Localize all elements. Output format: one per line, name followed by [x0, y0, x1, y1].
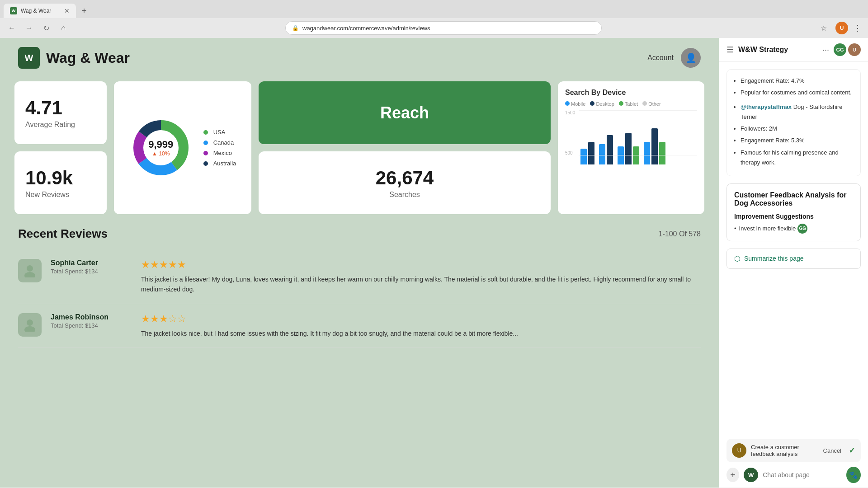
logo-icon: W	[18, 47, 40, 69]
url-text: wagandwear.com/commercewave/admin/review…	[302, 25, 430, 32]
address-bar[interactable]: 🔒 wagandwear.com/commercewave/admin/revi…	[285, 21, 602, 35]
app-header: W Wag & Wear Account 👤	[0, 38, 719, 78]
reviewer-avatar-2	[18, 313, 42, 337]
ai-add-button[interactable]: +	[726, 468, 739, 482]
browser-tab[interactable]: W Wag & Wear ✕	[4, 4, 76, 18]
searches-card: 26,674 Searches	[259, 151, 551, 214]
bar-desktop-3	[625, 133, 632, 164]
ai-confirm-button[interactable]: ✓	[849, 446, 855, 455]
improvement-text: Invest in more flexible	[739, 225, 796, 232]
ai-analysis-title: Customer Feedback Analysis for Dog Acces…	[734, 191, 853, 207]
ai-avatars: GG U	[834, 43, 861, 56]
logo-letter: W	[25, 53, 33, 63]
review-item-2: James Robinson Total Spend: $134 ★★★☆☆ T…	[18, 304, 701, 348]
device-chart-title: Search By Device	[565, 89, 697, 97]
donut-center-label: 9,999 ▲ 10%	[148, 139, 173, 157]
legend-australia: Australia	[203, 160, 236, 167]
ai-cancel-button[interactable]: Cancel	[823, 447, 841, 454]
legend-desktop: Desktop	[590, 101, 614, 107]
new-reviews-label: New Reviews	[25, 191, 96, 199]
bar-group-3	[618, 133, 639, 164]
bar-tablet-3	[633, 146, 639, 164]
bar-mobile-1	[580, 149, 587, 164]
svg-point-8	[24, 326, 35, 332]
ai-chat-bar: + W 🐾	[726, 467, 861, 483]
header-right: Account 👤	[647, 48, 701, 68]
svg-point-7	[27, 319, 33, 326]
stars-1: ★★★★★	[141, 259, 701, 271]
svg-point-6	[24, 272, 35, 277]
refresh-button[interactable]: ↻	[40, 22, 52, 34]
bar-desktop-4	[651, 128, 658, 164]
bar-desktop-2	[607, 135, 613, 164]
ai-header: ☰ W&W Strategy ··· GG U	[719, 38, 868, 62]
bar-mobile-3	[618, 146, 624, 164]
info-engagement: Engagement Rate: 4.7%	[741, 76, 854, 86]
ai-menu-icon[interactable]: ☰	[726, 45, 734, 55]
ai-avatar-photo: U	[848, 43, 861, 56]
ai-avatar-green: GG	[834, 43, 846, 56]
bar-group-2	[599, 135, 613, 164]
ai-user-chat-avatar: W	[744, 468, 758, 482]
reviews-title: Recent Reviews	[18, 227, 108, 241]
improvement-section-title: Improvement Suggestions	[734, 213, 853, 220]
reach-label: Reach	[380, 103, 429, 122]
new-tab-button[interactable]: +	[78, 5, 90, 17]
stats-grid: 4.71 Average Rating 9,999	[0, 78, 719, 222]
improvement-bullet: • Invest in more flexible GG	[734, 224, 853, 234]
reviews-header: Recent Reviews 1-100 Of 578	[18, 227, 701, 241]
review-text-1: This jacket is a lifesaver! My dog, Luna…	[141, 274, 701, 295]
legend-other: Other	[642, 101, 661, 107]
bar-group-4	[644, 128, 665, 164]
action-label: Create a customer feedback analysis	[751, 444, 799, 457]
browser-menu-button[interactable]: ⋮	[854, 23, 863, 33]
close-tab-button[interactable]: ✕	[64, 7, 70, 14]
ai-send-button[interactable]: 🐾	[846, 467, 861, 483]
app-panel: W Wag & Wear Account 👤 4.71 Average Rati…	[0, 38, 719, 488]
ai-title: W&W Strategy	[738, 46, 788, 54]
toolbar-right: ☆ U ⋮	[817, 22, 863, 34]
ai-action-row: U Create a customer feedback analysis Ca…	[726, 439, 861, 462]
y-label-500: 500	[565, 150, 573, 155]
summarize-button[interactable]: ⬡ Summarize this page	[726, 249, 861, 269]
stars-2: ★★★☆☆	[141, 313, 701, 325]
legend-mexico: Mexico	[203, 150, 236, 156]
browser-profile-avatar[interactable]: U	[835, 22, 848, 34]
summarize-icon: ⬡	[734, 254, 741, 263]
browser-toolbar: ← → ↻ ⌂ 🔒 wagandwear.com/commercewave/ad…	[0, 18, 868, 38]
device-chart-card: Search By Device Mobile Desktop Tablet O…	[558, 81, 704, 214]
lock-icon: 🔒	[292, 25, 299, 31]
user-avatar-button[interactable]: 👤	[681, 48, 701, 68]
ai-panel: ☰ W&W Strategy ··· GG U Engagement Rate:…	[719, 38, 868, 488]
legend-mobile: Mobile	[565, 101, 585, 107]
legend-usa: USA	[203, 129, 236, 136]
reviewer-name-1: Sophia Carter	[51, 259, 132, 267]
back-button[interactable]: ←	[5, 22, 18, 34]
y-label-1500: 1500	[565, 110, 575, 115]
review-content-1: ★★★★★ This jacket is a lifesaver! My dog…	[141, 259, 701, 295]
searches-value: 26,674	[376, 167, 434, 189]
legend-tablet: Tablet	[619, 101, 638, 107]
bookmark-button[interactable]: ☆	[817, 22, 830, 34]
ai-content: Engagement Rate: 4.7% Popular for costum…	[719, 62, 868, 434]
ai-footer: U Create a customer feedback analysis Ca…	[719, 434, 868, 488]
ai-more-button[interactable]: ···	[822, 45, 829, 55]
tab-favicon: W	[10, 7, 17, 14]
bar-desktop-1	[588, 142, 594, 164]
influencer-engagement: Engagement Rate: 5.3%	[741, 136, 854, 145]
browser-chrome: W Wag & Wear ✕ + ← → ↻ ⌂ 🔒 wagandwear.co…	[0, 0, 868, 38]
forward-button[interactable]: →	[23, 22, 35, 34]
ai-analysis-card: Customer Feedback Analysis for Dog Acces…	[726, 183, 861, 241]
donut-legend: USA Canada Mexico Australia	[203, 129, 236, 167]
reviews-count: 1-100 Of 578	[659, 230, 701, 238]
review-item-1: Sophia Carter Total Spend: $134 ★★★★★ Th…	[18, 250, 701, 304]
home-button[interactable]: ⌂	[57, 22, 70, 34]
svg-point-5	[27, 265, 33, 272]
average-rating-label: Average Rating	[25, 121, 96, 129]
ai-chat-input[interactable]	[763, 471, 842, 479]
influencer-fame: Famous for his calming presence and ther…	[741, 148, 854, 168]
influencer-handle[interactable]: @therapystaffmax	[741, 103, 792, 110]
reach-card: Reach	[259, 81, 551, 144]
info-popular: Popular for costumes and comical content…	[741, 88, 854, 98]
tab-title: Wag & Wear	[21, 8, 61, 14]
